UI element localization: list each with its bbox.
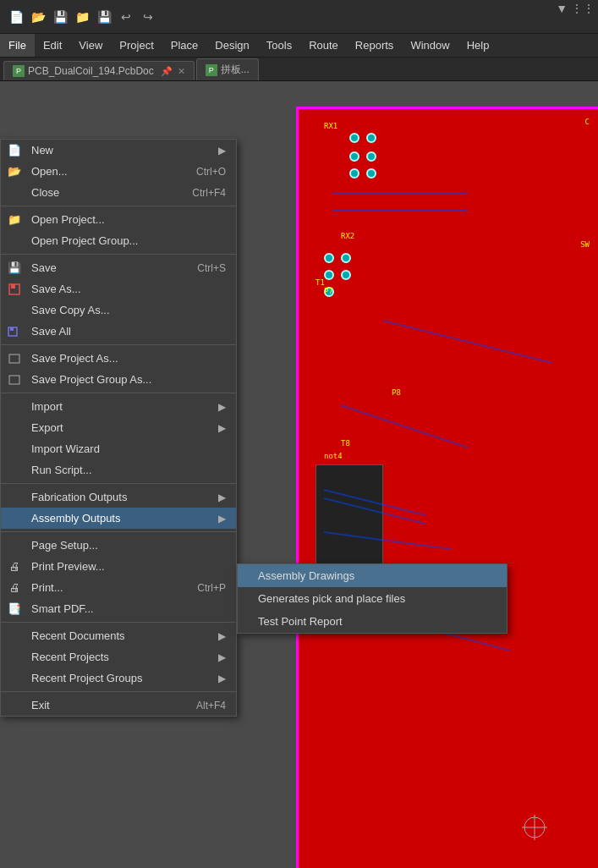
menu-item-assembly-drawings[interactable]: Assembly Drawings xyxy=(238,564,507,587)
menu-item-save-project-as[interactable]: Save Project As... xyxy=(1,348,236,369)
save-icon[interactable]: 💾 xyxy=(95,8,113,26)
filter-icon[interactable]: ▼ xyxy=(556,2,568,15)
menu-item-new[interactable]: 📄 New ▶ xyxy=(1,140,236,161)
menu-fabrication-outputs-label: Fabrication Outputs xyxy=(31,491,127,503)
menubar: File Edit View Project Place Design Tool… xyxy=(0,34,598,58)
menu-export-label: Export xyxy=(31,421,63,434)
recent-project-groups-icon xyxy=(4,670,25,687)
menu-window[interactable]: Window xyxy=(402,34,458,57)
pad-rx1-3 xyxy=(349,151,359,162)
menu-item-save-copy-as[interactable]: Save Copy As... xyxy=(1,299,236,321)
label-p8: P8 xyxy=(392,388,401,397)
tab-pin-icon[interactable]: 📌 xyxy=(161,66,173,77)
menu-print-label: Print... xyxy=(31,581,63,594)
print-icon: 🖨 xyxy=(4,580,25,596)
open-shortcut: Ctrl+O xyxy=(179,166,226,178)
open-folder-icon[interactable]: 📂 xyxy=(29,8,47,26)
recent-docs-icon xyxy=(4,628,25,645)
menu-file[interactable]: File xyxy=(0,34,35,57)
menu-recent-project-groups-label: Recent Project Groups xyxy=(31,672,143,684)
panels-icon[interactable]: ⋮⋮ xyxy=(571,2,595,15)
pad-rx2-1 xyxy=(324,253,334,263)
separator-4 xyxy=(1,393,236,393)
svg-line-5 xyxy=(383,321,552,363)
pick-and-place-label: Generates pick and place files xyxy=(258,592,405,605)
label-p7: P7 xyxy=(324,287,333,295)
menu-smart-pdf-label: Smart PDF... xyxy=(31,602,94,615)
exit-shortcut: Alt+F4 xyxy=(179,700,226,711)
pad-rx1-5 xyxy=(349,168,359,179)
undo-icon[interactable]: ↩ xyxy=(117,8,135,26)
menu-edit[interactable]: Edit xyxy=(35,34,70,57)
menu-item-print[interactable]: 🖨 Print... Ctrl+P xyxy=(1,577,236,598)
export-arrow-icon: ▶ xyxy=(218,422,226,434)
save-shortcut: Ctrl+S xyxy=(180,262,226,274)
menu-item-recent-documents[interactable]: Recent Documents ▶ xyxy=(1,625,236,646)
svg-rect-12 xyxy=(11,284,15,288)
assembly-submenu: Assembly Drawings Generates pick and pla… xyxy=(237,563,507,634)
menu-route[interactable]: Route xyxy=(300,34,347,57)
tab-close-icon[interactable]: ✕ xyxy=(178,66,185,77)
new-icon[interactable]: 📄 xyxy=(7,8,25,26)
close-shortcut: Ctrl+F4 xyxy=(175,187,226,199)
save-project-group-as-icon xyxy=(4,371,25,388)
menu-help[interactable]: Help xyxy=(458,34,498,57)
menu-item-open-project[interactable]: 📁 Open Project... xyxy=(1,209,236,230)
menu-import-wizard-label: Import Wizard xyxy=(31,442,100,455)
menu-item-open[interactable]: 📂 Open... Ctrl+O xyxy=(1,161,236,182)
menu-item-save[interactable]: 💾 Save Ctrl+S xyxy=(1,257,236,278)
tab-pcb-dual-coil[interactable]: P PCB_DualCoil_194.PcbDoc 📌 ✕ xyxy=(3,61,195,80)
import-icon xyxy=(4,398,25,415)
menu-item-page-setup[interactable]: Page Setup... xyxy=(1,535,236,556)
menu-close-label: Close xyxy=(31,186,59,199)
menu-item-import-wizard[interactable]: Import Wizard xyxy=(1,438,236,459)
label-sw: SW xyxy=(580,240,590,249)
menu-item-save-project-group-as[interactable]: Save Project Group As... xyxy=(1,369,236,390)
menu-item-save-as[interactable]: Save As... xyxy=(1,278,236,299)
menu-item-pick-and-place[interactable]: Generates pick and place files xyxy=(238,587,507,610)
menu-page-setup-label: Page Setup... xyxy=(31,539,98,552)
menu-item-assembly-outputs[interactable]: Assembly Outputs ▶ xyxy=(1,508,236,529)
menu-design[interactable]: Design xyxy=(206,34,257,57)
menu-tools[interactable]: Tools xyxy=(258,34,300,57)
assembly-drawings-label: Assembly Drawings xyxy=(258,569,354,582)
menu-reports[interactable]: Reports xyxy=(347,34,403,57)
ic-chip xyxy=(315,464,383,566)
file-menu: 📄 New ▶ 📂 Open... Ctrl+O Close Ctrl+F4 📁… xyxy=(0,139,237,717)
menu-item-exit[interactable]: Exit Alt+F4 xyxy=(1,695,236,716)
menu-item-smart-pdf[interactable]: 📑 Smart PDF... xyxy=(1,598,236,619)
menu-new-label: New xyxy=(31,144,53,157)
recent-project-groups-arrow-icon: ▶ xyxy=(218,673,226,684)
save-all-icon[interactable]: 💾 xyxy=(51,8,69,26)
assembly-outputs-icon xyxy=(4,510,25,527)
pad-rx2-2 xyxy=(341,253,351,263)
menu-item-test-point-report[interactable]: Test Point Report xyxy=(238,610,507,633)
menu-project[interactable]: Project xyxy=(111,34,162,57)
tab-panel[interactable]: P 拼板... xyxy=(196,58,259,80)
menu-item-import[interactable]: Import ▶ xyxy=(1,396,236,417)
new-arrow-icon: ▶ xyxy=(218,145,226,157)
label-t8: T8 xyxy=(341,439,350,448)
menu-item-open-project-group[interactable]: Open Project Group... xyxy=(1,230,236,251)
pad-rx2-4 xyxy=(341,270,351,280)
menu-item-run-script[interactable]: Run Script... xyxy=(1,459,236,481)
menu-view[interactable]: View xyxy=(70,34,111,57)
fabrication-arrow-icon: ▶ xyxy=(218,492,226,503)
svg-rect-16 xyxy=(9,376,19,384)
redo-icon[interactable]: ↪ xyxy=(139,8,157,26)
menu-item-save-all[interactable]: Save All xyxy=(1,321,236,342)
menu-item-fabrication-outputs[interactable]: Fabrication Outputs ▶ xyxy=(1,486,236,508)
menu-place[interactable]: Place xyxy=(162,34,207,57)
menu-save-all-label: Save All xyxy=(31,325,71,338)
menu-item-close[interactable]: Close Ctrl+F4 xyxy=(1,182,236,203)
save-copy-icon xyxy=(4,302,25,319)
menu-item-print-preview[interactable]: 🖨 Print Preview... xyxy=(1,556,236,577)
menu-item-export[interactable]: Export ▶ xyxy=(1,417,236,438)
run-script-icon xyxy=(4,462,25,479)
page-setup-icon xyxy=(4,537,25,554)
separator-1 xyxy=(1,206,236,206)
menu-item-recent-projects[interactable]: Recent Projects ▶ xyxy=(1,646,236,667)
menu-item-recent-project-groups[interactable]: Recent Project Groups ▶ xyxy=(1,667,236,689)
open2-icon[interactable]: 📁 xyxy=(73,8,91,26)
save-file-icon: 💾 xyxy=(4,260,25,277)
